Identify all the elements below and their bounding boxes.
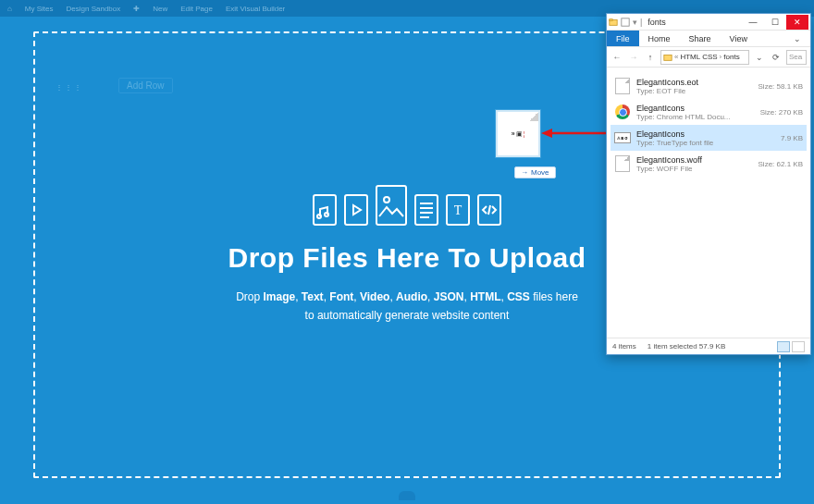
titlebar[interactable]: ▾ | fonts — ☐ ✕ [607,14,810,31]
code-file-icon [477,194,501,226]
move-label: Move [531,168,549,177]
address-history-button[interactable]: ⌄ [753,53,766,62]
svg-rect-3 [345,195,367,225]
file-icon [615,155,630,172]
nav-forward-button[interactable]: → [627,51,640,64]
adminbar-item[interactable]: My Sites [25,5,54,13]
search-box[interactable]: Sea [786,50,807,65]
properties-icon [621,18,630,27]
view-details-button[interactable] [777,341,790,352]
close-button[interactable]: ✕ [786,15,808,30]
adminbar-item[interactable]: ⌂ [7,5,12,13]
svg-rect-18 [610,18,612,20]
status-selection: 1 item selected 57.9 KB [648,342,726,350]
file-type-icons: T [313,185,501,226]
svg-rect-20 [664,55,672,60]
file-row-selected[interactable]: ᴀʙɢ ElegantIcons Type: TrueType font fil… [610,125,807,151]
window-title: fonts [648,18,666,27]
folder-icon [663,53,672,62]
svg-rect-19 [622,18,629,25]
nav-back-button[interactable]: ← [610,51,623,64]
file-row[interactable]: ElegantIcons Type: Chrome HTML Docu... S… [610,99,807,125]
file-size: Size: 270 KB [760,108,803,117]
status-bar: 4 items 1 item selected 57.9 KB [607,338,810,354]
ribbon-expand[interactable]: ⌄ [784,31,810,46]
adminbar-item[interactable]: ✚ [133,5,140,13]
adminbar-item[interactable]: Design Sandbox [67,5,121,13]
dropzone-type: Video [360,290,389,303]
dropzone-sub-line2: to automatically generate website conten… [305,309,510,322]
file-icon [615,78,630,94]
svg-rect-7 [415,195,438,225]
builder-toggle[interactable] [399,491,415,500]
tab-file[interactable]: File [607,31,639,46]
text-file-icon [414,194,438,226]
dropzone-type: CSS [507,290,530,303]
dropzone-sub-suffix: files here [530,290,578,303]
address-bar[interactable]: « HTML CSS › fonts [660,50,749,65]
dropzone-type: Text [302,290,324,303]
nav-up-button[interactable]: ↑ [644,51,657,64]
svg-point-6 [384,197,389,203]
adminbar-item[interactable]: Exit Visual Builder [226,5,285,13]
svg-text:T: T [454,203,462,217]
file-name: ElegantIcons [636,104,749,113]
nav-toolbar: ← → ↑ « HTML CSS › fonts ⌄ ⟳ Sea [607,47,810,68]
file-size: 7.9 KB [781,134,803,142]
file-explorer-window: ▾ | fonts — ☐ ✕ File Home Share View ⌄ ←… [606,13,811,355]
drag-move-badge: → Move [514,166,556,178]
dropzone-title: Drop Files Here To Upload [228,242,586,274]
svg-marker-4 [353,205,361,215]
path-segment[interactable]: HTML CSS [680,53,717,61]
maximize-button[interactable]: ☐ [764,15,786,30]
ribbon-tabs: File Home Share View ⌄ [607,31,810,47]
font-preview-icon: »▣¦ [512,130,525,138]
file-name: ElegantIcons.eot [636,78,747,87]
file-size: Size: 58.1 KB [758,82,803,91]
dropzone-sub-prefix: Drop [236,290,263,303]
dropzone-subtext: Drop Image, Text, Font, Video, Audio, JS… [236,289,578,324]
file-type: Type: TrueType font file [636,139,770,147]
dropzone-type: JSON [434,290,464,303]
file-size: Size: 62.1 KB [758,160,803,168]
status-item-count: 4 items [612,342,636,350]
tab-view[interactable]: View [721,31,757,46]
file-name: ElegantIcons.woff [636,155,747,165]
file-row[interactable]: ElegantIcons.woff Type: WOFF File Size: … [610,151,807,177]
dropzone-type: Audio [396,290,427,303]
svg-rect-0 [314,195,336,225]
dropzone-type: Image [263,290,295,303]
view-large-button[interactable] [792,341,805,352]
adminbar-item[interactable]: New [153,5,167,13]
font-file-icon: T [446,194,470,226]
tab-share[interactable]: Share [680,31,721,46]
drag-ghost: »▣¦ [495,109,541,158]
file-row[interactable]: ElegantIcons.eot Type: EOT File Size: 58… [610,73,807,99]
file-type: Type: EOT File [636,87,747,95]
arrow-right-icon: → [521,168,528,177]
audio-file-icon [313,194,337,226]
folder-icon [609,18,618,27]
file-type: Type: Chrome HTML Docu... [636,113,749,121]
svg-rect-5 [376,186,406,225]
video-file-icon [344,194,368,226]
adminbar-item[interactable]: Edit Page [180,5,213,13]
dropzone-type: Font [329,290,353,303]
tab-home[interactable]: Home [639,31,680,46]
truetype-font-icon: ᴀʙɢ [614,132,631,143]
dropzone-type: HTML [470,290,500,303]
chrome-icon [615,104,630,119]
path-segment[interactable]: fonts [723,53,739,61]
file-type: Type: WOFF File [636,165,747,173]
image-file-icon [376,185,407,226]
file-list: ElegantIcons.eot Type: EOT File Size: 58… [607,68,810,338]
refresh-button[interactable]: ⟳ [770,51,783,64]
file-name: ElegantIcons [636,129,770,139]
minimize-button[interactable]: — [742,15,764,30]
